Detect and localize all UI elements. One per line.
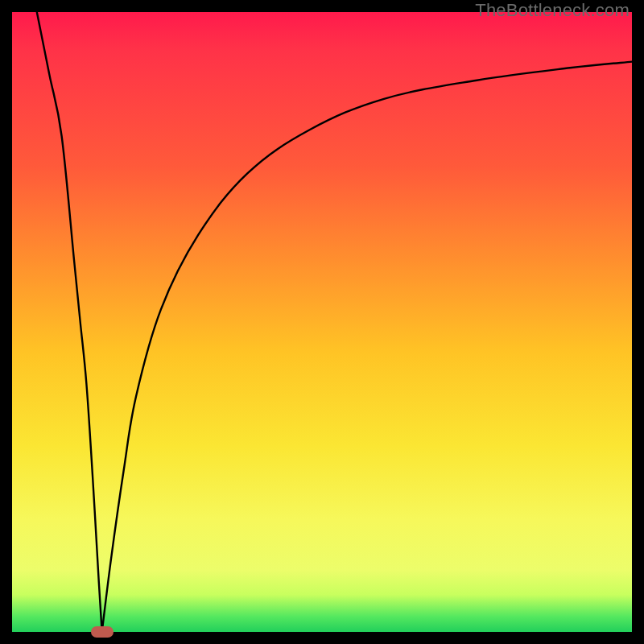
curve-right-branch xyxy=(102,62,632,632)
chart-frame: TheBottleneck.com xyxy=(0,0,644,644)
curve-left-branch xyxy=(37,12,102,632)
optimum-marker xyxy=(91,626,114,638)
plot-area xyxy=(12,12,632,632)
curve-layer xyxy=(12,12,632,632)
watermark-text: TheBottleneck.com xyxy=(475,0,630,21)
